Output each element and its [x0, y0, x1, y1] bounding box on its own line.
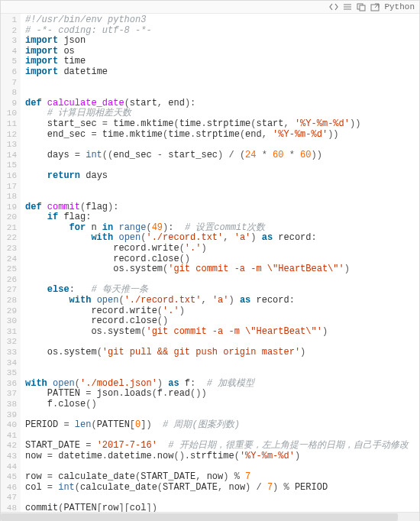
code-line	[25, 275, 419, 286]
code-line: days = int((end_sec - start_sec) / (24 *…	[25, 150, 419, 161]
code-line: end_sec = time.mktime(time.strptime(end,…	[25, 130, 419, 141]
line-number: 41	[1, 431, 17, 442]
code-line: os.system('git commit -a -m \"HeartBeat\…	[25, 264, 419, 275]
code-line: import json	[25, 36, 419, 47]
line-number: 6	[1, 67, 17, 78]
line-number: 17	[1, 182, 17, 193]
code-line	[25, 160, 419, 171]
line-number: 26	[1, 275, 17, 286]
line-number: 31	[1, 327, 17, 338]
code-line: START_DATE = '2017-7-16' # 开始日期，很重要，左上角提…	[25, 441, 419, 451]
code-line: PATTEN = json.loads(f.read())	[25, 389, 419, 400]
line-number: 15	[1, 160, 17, 171]
code-line: os.system('git commit -a -m \"HeartBeat\…	[25, 327, 419, 338]
line-number: 32	[1, 337, 17, 348]
line-number: 25	[1, 264, 17, 275]
code-area[interactable]: 1234567891011121314151617181920212223242…	[1, 14, 419, 512]
svg-rect-1	[360, 5, 365, 11]
line-number: 18	[1, 192, 17, 202]
code-line: for n in range(49): # 设置commit次数	[25, 223, 419, 234]
line-number: 36	[1, 379, 17, 390]
code-line: def commit(flag):	[25, 202, 419, 213]
line-number: 42	[1, 441, 17, 451]
line-number: 40	[1, 420, 17, 431]
code-line: row = calculate_date(START_DATE, now) % …	[25, 472, 419, 483]
code-line	[25, 88, 419, 99]
code-line: os.system('git pull && git push origin m…	[25, 348, 419, 358]
line-number: 3	[1, 36, 17, 47]
line-number: 45	[1, 472, 17, 483]
code-line: # 计算日期相差天数	[25, 108, 419, 119]
line-number: 23	[1, 244, 17, 254]
code-line: record.close()	[25, 254, 419, 265]
code-line: record.close()	[25, 316, 419, 327]
line-number: 34	[1, 358, 17, 369]
line-number: 2	[1, 26, 17, 37]
code-line: with open('./model.json') as f: # 加载模型	[25, 379, 419, 390]
code-line: start_sec = time.mktime(time.strptime(st…	[25, 119, 419, 130]
menu-icon[interactable]	[343, 2, 352, 12]
line-number: 20	[1, 212, 17, 223]
line-number-gutter: 1234567891011121314151617181920212223242…	[1, 14, 21, 512]
copy-icon[interactable]	[357, 2, 366, 12]
code-line: now = datetime.datetime.now().strftime('…	[25, 451, 419, 462]
code-line	[25, 140, 419, 150]
code-line: import os	[25, 47, 419, 57]
code-line	[25, 78, 419, 89]
line-number: 39	[1, 410, 17, 421]
line-number: 30	[1, 316, 17, 327]
line-number: 9	[1, 99, 17, 109]
line-number: 48	[1, 503, 17, 512]
code-editor: Python 123456789101112131415161718192021…	[0, 0, 420, 521]
scrollbar-thumb[interactable]	[1, 513, 398, 521]
line-number: 33	[1, 348, 17, 358]
line-number: 16	[1, 171, 17, 182]
editor-toolbar: Python	[1, 1, 419, 14]
line-number: 5	[1, 57, 17, 67]
line-number: 37	[1, 389, 17, 400]
line-number: 27	[1, 285, 17, 296]
line-number: 8	[1, 88, 17, 99]
code-icon[interactable]	[329, 2, 338, 12]
newwin-icon[interactable]	[370, 2, 380, 12]
line-number: 10	[1, 108, 17, 119]
code-line	[25, 192, 419, 202]
code-line	[25, 182, 419, 193]
line-number: 22	[1, 233, 17, 244]
code-line: with open('./record.txt', 'a') as record…	[25, 233, 419, 244]
code-line	[25, 462, 419, 473]
code-line	[25, 368, 419, 379]
code-line: import time	[25, 57, 419, 67]
line-number: 1	[1, 15, 17, 26]
line-number: 38	[1, 400, 17, 410]
line-number: 43	[1, 451, 17, 462]
code-line: commit(PATTEN[row][col])	[25, 503, 419, 512]
line-number: 44	[1, 462, 17, 473]
line-number: 35	[1, 368, 17, 379]
line-number: 7	[1, 78, 17, 89]
code-line: PERIOD = len(PATTEN[0]) # 周期(图案列数)	[25, 420, 419, 431]
line-number: 12	[1, 130, 17, 141]
line-number: 24	[1, 254, 17, 265]
code-line: import datetime	[25, 67, 419, 78]
line-number: 4	[1, 47, 17, 57]
code-line: #!/usr/bin/env python3	[25, 15, 419, 26]
code-line: record.write('.')	[25, 306, 419, 317]
line-number: 13	[1, 140, 17, 150]
code-content[interactable]: #!/usr/bin/env python3# -*- coding: utf-…	[21, 14, 419, 512]
code-line: f.close()	[25, 400, 419, 410]
line-number: 46	[1, 483, 17, 493]
language-label: Python	[384, 2, 415, 12]
line-number: 28	[1, 296, 17, 306]
line-number: 21	[1, 223, 17, 234]
line-number: 29	[1, 306, 17, 317]
code-line: record.write('.')	[25, 244, 419, 254]
line-number: 19	[1, 202, 17, 213]
horizontal-scrollbar[interactable]	[1, 512, 419, 521]
code-line	[25, 337, 419, 348]
code-line: col = int(calculate_date(START_DATE, now…	[25, 483, 419, 493]
line-number: 14	[1, 150, 17, 161]
line-number: 47	[1, 493, 17, 503]
code-line: return days	[25, 171, 419, 182]
code-line: if flag:	[25, 212, 419, 223]
